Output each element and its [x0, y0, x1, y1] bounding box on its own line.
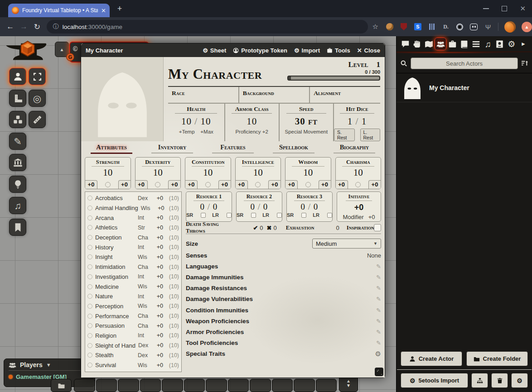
ability-name[interactable]: Intelligence [242, 159, 275, 167]
death-fail-count[interactable]: 0 [273, 225, 276, 231]
character-name[interactable]: My Character [168, 66, 262, 82]
eye-extension-icon[interactable] [456, 24, 463, 30]
sounds-controls-button[interactable]: ♫ [9, 197, 26, 214]
ability-save[interactable]: +0 [218, 180, 231, 189]
hit-dice-value[interactable]: 1 / 1 [348, 116, 367, 127]
close-window-icon[interactable]: ✕ [520, 6, 526, 11]
5etools-import-button[interactable]: ⚙ 5etools Import [401, 373, 468, 388]
speed-value[interactable]: 30 ft [295, 116, 318, 127]
tiles-controls-button[interactable] [9, 111, 26, 128]
ruler-tool-button[interactable] [29, 111, 46, 128]
update-button[interactable]: ▲ [522, 22, 532, 32]
save-proficiency-toggle[interactable] [105, 182, 111, 187]
sort-icon[interactable] [521, 60, 528, 67]
tab-journal[interactable] [458, 38, 470, 50]
proficiency-toggle[interactable] [87, 206, 92, 210]
race-field[interactable]: Race [168, 87, 239, 103]
short-rest-checkbox[interactable] [251, 213, 256, 218]
tab-attributes[interactable]: Attributes [81, 143, 142, 154]
xp-value[interactable]: 0 / 300 [287, 69, 380, 75]
window-resize-handle[interactable] [375, 368, 383, 376]
special-movement-label[interactable]: Special Movement [285, 129, 328, 134]
tab-tables[interactable] [470, 38, 482, 50]
initiative-modifier[interactable]: +0 [368, 214, 375, 220]
edit-icon[interactable]: ✎ [376, 274, 381, 281]
short-rest-checkbox[interactable] [301, 213, 306, 218]
tab-actors[interactable] [435, 38, 446, 50]
ability-mod[interactable]: +0 [185, 180, 198, 189]
hotbar-slot[interactable] [316, 379, 337, 392]
s-extension-icon[interactable]: S [414, 23, 421, 30]
delete-button[interactable] [491, 373, 508, 388]
tab-inventory[interactable]: Inventory [142, 143, 203, 153]
save-proficiency-toggle[interactable] [205, 182, 211, 187]
proficiency-toggle[interactable] [87, 353, 92, 358]
proficiency-toggle[interactable] [87, 294, 92, 299]
close-sheet-button[interactable]: ✕Close [357, 47, 380, 54]
long-rest-checkbox[interactable] [327, 213, 332, 218]
death-success-count[interactable]: 0 [260, 225, 263, 231]
alignment-field[interactable]: Alignment [310, 87, 380, 103]
robot-extension-icon[interactable] [470, 24, 478, 30]
ability-score[interactable]: 10 [236, 167, 281, 180]
grid-extension-icon[interactable] [429, 24, 435, 30]
hotbar-slot[interactable] [206, 379, 227, 392]
ability-name[interactable]: Dexterity [142, 159, 174, 167]
proficiency-toggle[interactable] [87, 314, 92, 319]
inspiration-checkbox[interactable] [374, 224, 381, 231]
prototype-token-button[interactable]: Prototype Token [233, 47, 287, 54]
sheet-config-button[interactable]: ⚙Sheet [203, 47, 226, 54]
tab-features[interactable]: Features [203, 143, 263, 153]
tab-settings[interactable]: ⚙ [506, 38, 517, 50]
proficiency-toggle[interactable] [87, 225, 92, 230]
drawing-controls-button[interactable]: ✎ [9, 133, 26, 150]
edit-icon[interactable]: ✎ [376, 285, 381, 292]
ability-save[interactable]: +0 [319, 180, 331, 189]
notes-controls-button[interactable] [9, 219, 26, 236]
ability-save[interactable]: +0 [268, 180, 281, 189]
configure-special-traits-icon[interactable]: ⚙ [375, 350, 381, 358]
hotbar-slot[interactable] [184, 379, 205, 392]
edit-icon[interactable]: ✎ [376, 329, 381, 335]
macro-folder-button[interactable] [51, 379, 72, 392]
proficiency-toggle[interactable] [87, 274, 92, 279]
page-down-icon[interactable]: ▼ [346, 383, 351, 388]
proficiency-toggle[interactable] [87, 323, 92, 328]
hotbar-slot[interactable] [228, 379, 249, 392]
long-rest-checkbox[interactable] [227, 213, 232, 218]
create-folder-button[interactable]: Create Folder [466, 351, 528, 366]
ability-mod[interactable]: +0 [135, 180, 148, 189]
hotbar-slot[interactable] [118, 379, 139, 392]
proficiency-toggle[interactable] [87, 215, 92, 220]
site-info-icon[interactable]: ⓘ [53, 23, 59, 31]
edit-icon[interactable]: ✎ [376, 307, 381, 314]
tab-combat[interactable] [411, 38, 423, 50]
bookmark-star-icon[interactable]: ☆ [372, 23, 378, 31]
new-tab-button[interactable]: + [115, 5, 124, 14]
hotbar-slot[interactable] [250, 379, 271, 392]
back-icon[interactable]: ← [4, 22, 17, 31]
hotbar-slot[interactable] [96, 379, 117, 392]
browser-tab[interactable]: Foundry Virtual Tabletop • A Stan ✕ [8, 4, 110, 17]
senses-value[interactable]: None [367, 252, 381, 259]
reload-icon[interactable]: ↻ [30, 22, 44, 32]
hotbar-slot[interactable] [272, 379, 293, 392]
edit-icon[interactable]: ✎ [376, 263, 381, 270]
ability-score[interactable]: 10 [285, 167, 331, 180]
minimize-icon[interactable] [483, 8, 489, 9]
long-rest-checkbox[interactable] [277, 213, 282, 218]
create-actor-button[interactable]: Create Actor [401, 351, 462, 366]
ability-save[interactable]: +0 [168, 180, 180, 189]
window-header[interactable]: My Character ⚙Sheet Prototype Token ⚙Imp… [81, 43, 385, 57]
ability-save[interactable]: +0 [368, 180, 381, 189]
adblock-extension-icon[interactable] [401, 23, 407, 30]
walls-controls-button[interactable] [9, 154, 26, 171]
target-tool-button[interactable]: ◎ [29, 90, 46, 107]
edit-icon[interactable]: ✎ [376, 318, 381, 325]
ability-score[interactable]: 10 [336, 167, 381, 180]
ability-name[interactable]: Constitution [192, 159, 224, 167]
exhaustion-value[interactable]: 0 [336, 225, 339, 231]
actor-list-item[interactable]: My Character [397, 73, 532, 102]
maximize-icon[interactable] [502, 6, 507, 11]
ac-value[interactable]: 10 [247, 116, 257, 127]
